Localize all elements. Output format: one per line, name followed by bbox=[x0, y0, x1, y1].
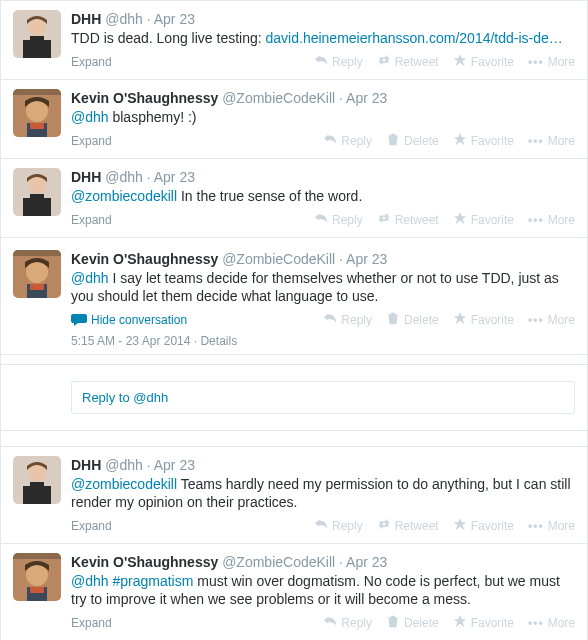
svg-rect-24 bbox=[43, 486, 51, 504]
svg-rect-22 bbox=[30, 482, 44, 504]
favorite-icon bbox=[453, 53, 467, 70]
favorite-action[interactable]: Favorite bbox=[453, 311, 514, 328]
avatar[interactable] bbox=[13, 553, 61, 601]
tweet-text: TDD is dead. Long live testing: david.he… bbox=[71, 29, 575, 47]
favorite-action[interactable]: Favorite bbox=[453, 517, 514, 534]
tweet: Kevin O'Shaughnessy @ZombieCodeKill · Ap… bbox=[0, 238, 588, 355]
timestamp-short[interactable]: Apr 23 bbox=[346, 554, 387, 570]
tweet: Kevin O'Shaughnessy @ZombieCodeKill · Ap… bbox=[0, 80, 588, 159]
reply-action[interactable]: Reply bbox=[323, 614, 372, 631]
svg-rect-16 bbox=[13, 250, 61, 256]
mention-link[interactable]: @dhh bbox=[71, 109, 109, 125]
details-link[interactable]: Details bbox=[200, 334, 237, 348]
timestamp-short[interactable]: Apr 23 bbox=[154, 11, 195, 27]
username[interactable]: @ZombieCodeKill bbox=[222, 251, 335, 267]
username[interactable]: @dhh bbox=[105, 169, 143, 185]
reply-icon bbox=[314, 517, 328, 534]
svg-rect-29 bbox=[30, 587, 44, 593]
username[interactable]: @ZombieCodeKill bbox=[222, 554, 335, 570]
mention-link[interactable]: @zombiecodekill bbox=[71, 476, 177, 492]
svg-rect-2 bbox=[30, 36, 44, 58]
reply-input[interactable]: Reply to @dhh bbox=[71, 381, 575, 414]
expand-link[interactable]: Expand bbox=[71, 134, 112, 148]
speech-icon bbox=[71, 314, 87, 326]
tweet: DHH @dhh · Apr 23@zombiecodekill Teams h… bbox=[0, 447, 588, 544]
favorite-icon bbox=[453, 211, 467, 228]
mention-link[interactable]: @dhh bbox=[71, 270, 109, 286]
svg-rect-13 bbox=[23, 198, 31, 216]
tweet-actions: ReplyRetweetFavorite•••More bbox=[314, 211, 575, 228]
reply-action[interactable]: Reply bbox=[314, 211, 363, 228]
more-icon: ••• bbox=[528, 55, 544, 69]
reply-action[interactable]: Reply bbox=[323, 132, 372, 149]
favorite-action[interactable]: Favorite bbox=[453, 53, 514, 70]
favorite-action[interactable]: Favorite bbox=[453, 614, 514, 631]
more-icon: ••• bbox=[528, 313, 544, 327]
fullname[interactable]: DHH bbox=[71, 11, 101, 27]
delete-action[interactable]: Delete bbox=[386, 311, 439, 328]
hide-conversation-link[interactable]: Hide conversation bbox=[71, 313, 187, 327]
mention-link[interactable]: @dhh bbox=[71, 573, 109, 589]
hashtag-link[interactable]: #pragmatism bbox=[112, 573, 193, 589]
mention-link[interactable]: @zombiecodekill bbox=[71, 188, 177, 204]
more-action[interactable]: •••More bbox=[528, 313, 575, 327]
reply-icon bbox=[323, 614, 337, 631]
tweet-text: @dhh blasphemy! :) bbox=[71, 108, 575, 126]
tweet-actions: ReplyRetweetFavorite•••More bbox=[314, 517, 575, 534]
more-action[interactable]: •••More bbox=[528, 55, 575, 69]
more-action[interactable]: •••More bbox=[528, 519, 575, 533]
svg-rect-23 bbox=[23, 486, 31, 504]
svg-rect-12 bbox=[30, 194, 44, 216]
svg-rect-9 bbox=[30, 123, 44, 129]
tweet: DHH @dhh · Apr 23@zombiecodekill In the … bbox=[0, 159, 588, 238]
expand-link[interactable]: Expand bbox=[71, 213, 112, 227]
tweet-actions: ReplyDeleteFavorite•••More bbox=[323, 614, 575, 631]
retweet-action[interactable]: Retweet bbox=[377, 211, 439, 228]
delete-icon bbox=[386, 311, 400, 328]
reply-icon bbox=[323, 311, 337, 328]
reply-action[interactable]: Reply bbox=[314, 53, 363, 70]
expand-link[interactable]: Expand bbox=[71, 519, 112, 533]
username[interactable]: @dhh bbox=[105, 457, 143, 473]
timestamp-short[interactable]: Apr 23 bbox=[154, 169, 195, 185]
external-link[interactable]: david.heinemeierhansson.com/2014/tdd-is-… bbox=[266, 30, 563, 46]
fullname[interactable]: Kevin O'Shaughnessy bbox=[71, 90, 218, 106]
reply-icon bbox=[314, 211, 328, 228]
retweet-action[interactable]: Retweet bbox=[377, 53, 439, 70]
username[interactable]: @dhh bbox=[105, 11, 143, 27]
fullname[interactable]: DHH bbox=[71, 457, 101, 473]
delete-action[interactable]: Delete bbox=[386, 132, 439, 149]
reply-action[interactable]: Reply bbox=[314, 517, 363, 534]
tweet-text: @zombiecodekill Teams hardly need my per… bbox=[71, 475, 575, 511]
fullname[interactable]: DHH bbox=[71, 169, 101, 185]
expand-link[interactable]: Expand bbox=[71, 616, 112, 630]
avatar[interactable] bbox=[13, 456, 61, 504]
reply-action[interactable]: Reply bbox=[323, 311, 372, 328]
more-action[interactable]: •••More bbox=[528, 213, 575, 227]
timestamp-short[interactable]: Apr 23 bbox=[346, 251, 387, 267]
avatar[interactable] bbox=[13, 250, 61, 298]
fullname[interactable]: Kevin O'Shaughnessy bbox=[71, 554, 218, 570]
favorite-action[interactable]: Favorite bbox=[453, 132, 514, 149]
avatar[interactable] bbox=[13, 168, 61, 216]
username[interactable]: @ZombieCodeKill bbox=[222, 90, 335, 106]
tweet-actions: ReplyRetweetFavorite•••More bbox=[314, 53, 575, 70]
timestamp-short[interactable]: Apr 23 bbox=[346, 90, 387, 106]
more-action[interactable]: •••More bbox=[528, 134, 575, 148]
retweet-action[interactable]: Retweet bbox=[377, 517, 439, 534]
delete-icon bbox=[386, 132, 400, 149]
svg-rect-6 bbox=[13, 89, 61, 95]
more-action[interactable]: •••More bbox=[528, 616, 575, 630]
expand-link[interactable]: Expand bbox=[71, 55, 112, 69]
more-icon: ••• bbox=[528, 213, 544, 227]
delete-action[interactable]: Delete bbox=[386, 614, 439, 631]
retweet-icon bbox=[377, 211, 391, 228]
tweet: DHH @dhh · Apr 23TDD is dead. Long live … bbox=[0, 0, 588, 80]
avatar[interactable] bbox=[13, 89, 61, 137]
more-icon: ••• bbox=[528, 519, 544, 533]
fullname[interactable]: Kevin O'Shaughnessy bbox=[71, 251, 218, 267]
avatar[interactable] bbox=[13, 10, 61, 58]
svg-rect-26 bbox=[13, 553, 61, 559]
timestamp-short[interactable]: Apr 23 bbox=[154, 457, 195, 473]
favorite-action[interactable]: Favorite bbox=[453, 211, 514, 228]
